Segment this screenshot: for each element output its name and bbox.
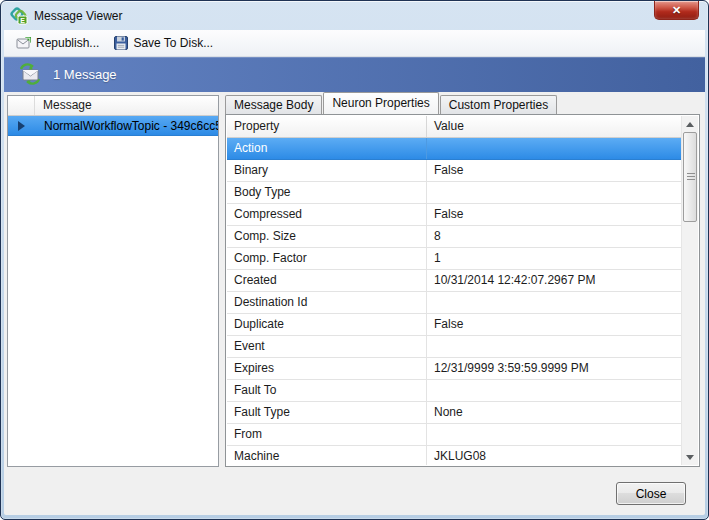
value-cell: None	[427, 402, 681, 423]
message-viewer-window: E Message Viewer ✕ Republish...	[0, 0, 709, 520]
property-cell: Fault To	[227, 380, 427, 401]
table-row[interactable]: DuplicateFalse	[227, 314, 681, 336]
property-table-body: ActionBinaryFalseBody TypeCompressedFals…	[227, 138, 681, 465]
value-cell: 10/31/2014 12:42:07.2967 PM	[427, 270, 681, 291]
svg-text:E: E	[20, 16, 25, 23]
toolbar: Republish... Save To Disk...	[4, 30, 705, 57]
up-arrow-icon	[686, 122, 694, 127]
property-cell: Comp. Factor	[227, 248, 427, 269]
message-list-panel: Message NormalWorkflowTopic - 349c6cc5..…	[7, 95, 219, 467]
property-cell: Binary	[227, 160, 427, 181]
property-cell: Compressed	[227, 204, 427, 225]
message-count-banner: 1 Message	[4, 57, 705, 92]
properties-area: Message Body Neuron Properties Custom Pr…	[225, 93, 700, 467]
value-cell	[427, 424, 681, 445]
table-row[interactable]: Expires12/31/9999 3:59:59.9999 PM	[227, 358, 681, 380]
value-cell: 1	[427, 248, 681, 269]
table-row[interactable]: Created10/31/2014 12:42:07.2967 PM	[227, 270, 681, 292]
table-row[interactable]: Fault TypeNone	[227, 402, 681, 424]
message-list: NormalWorkflowTopic - 349c6cc5...	[8, 116, 218, 136]
value-column-header: Value	[427, 116, 681, 137]
value-cell: 12/31/9999 3:59:59.9999 PM	[427, 358, 681, 379]
main-area: Message NormalWorkflowTopic - 349c6cc5..…	[4, 93, 705, 515]
neuron-properties-panel: Property Value ActionBinaryFalseBody Typ…	[225, 114, 700, 467]
list-item[interactable]: NormalWorkflowTopic - 349c6cc5...	[8, 116, 218, 136]
table-row[interactable]: Body Type	[227, 182, 681, 204]
selected-row-arrow-icon	[8, 117, 35, 135]
property-cell: Event	[227, 336, 427, 357]
tab-neuron-properties[interactable]: Neuron Properties	[323, 92, 438, 114]
scrollbar-thumb[interactable]	[683, 132, 697, 222]
property-cell: Created	[227, 270, 427, 291]
value-cell	[427, 292, 681, 313]
value-cell: JKLUG08	[427, 446, 681, 465]
property-cell: Duplicate	[227, 314, 427, 335]
save-floppy-icon	[113, 35, 129, 51]
save-to-disk-button[interactable]: Save To Disk...	[106, 32, 220, 54]
thumb-grip-icon	[687, 173, 695, 181]
close-x-icon: ✕	[672, 4, 681, 16]
value-cell	[427, 380, 681, 401]
value-cell: False	[427, 314, 681, 335]
property-cell: Action	[227, 138, 427, 159]
table-row[interactable]: Comp. Factor1	[227, 248, 681, 270]
property-cell: Expires	[227, 358, 427, 379]
table-row[interactable]: From	[227, 424, 681, 446]
window-close-button[interactable]: ✕	[654, 1, 699, 20]
table-row[interactable]: MachineJKLUG08	[227, 446, 681, 465]
scrollbar-down-button[interactable]	[682, 449, 698, 465]
save-to-disk-label: Save To Disk...	[133, 36, 213, 50]
property-column-header: Property	[227, 116, 427, 137]
table-row[interactable]: Fault To	[227, 380, 681, 402]
envelope-refresh-icon	[17, 63, 44, 87]
republish-label: Republish...	[36, 36, 99, 50]
value-cell	[427, 182, 681, 203]
property-cell: Comp. Size	[227, 226, 427, 247]
icon-column-header[interactable]	[8, 96, 35, 115]
tab-custom-properties[interactable]: Custom Properties	[440, 95, 557, 114]
down-arrow-icon	[686, 455, 694, 460]
app-icon: E	[10, 7, 28, 25]
window-title: Message Viewer	[34, 9, 123, 23]
table-row[interactable]: BinaryFalse	[227, 160, 681, 182]
table-row[interactable]: Comp. Size8	[227, 226, 681, 248]
tab-strip: Message Body Neuron Properties Custom Pr…	[225, 93, 700, 114]
property-cell: From	[227, 424, 427, 445]
republish-button[interactable]: Republish...	[9, 32, 106, 54]
property-cell: Fault Type	[227, 402, 427, 423]
property-cell: Destination Id	[227, 292, 427, 313]
table-row[interactable]: Action	[227, 138, 681, 160]
value-cell: False	[427, 204, 681, 225]
window-titlebar[interactable]: E Message Viewer ✕	[1, 1, 708, 30]
value-cell	[427, 336, 681, 357]
table-row[interactable]: Destination Id	[227, 292, 681, 314]
value-cell	[427, 138, 681, 159]
property-grid-header: Property Value	[227, 116, 681, 138]
property-cell: Machine	[227, 446, 427, 465]
message-column-header[interactable]: Message	[35, 96, 218, 115]
vertical-scrollbar[interactable]	[681, 116, 698, 465]
tab-message-body[interactable]: Message Body	[225, 95, 322, 114]
property-cell: Body Type	[227, 182, 427, 203]
close-button[interactable]: Close	[616, 482, 686, 505]
table-row[interactable]: Event	[227, 336, 681, 358]
property-grid: Property Value ActionBinaryFalseBody Typ…	[227, 116, 681, 465]
window-client-area: Republish... Save To Disk...	[4, 30, 705, 515]
message-count-text: 1 Message	[53, 67, 117, 82]
table-row[interactable]: CompressedFalse	[227, 204, 681, 226]
message-item-label: NormalWorkflowTopic - 349c6cc5...	[35, 119, 218, 133]
message-list-header: Message	[8, 96, 218, 116]
republish-envelope-icon	[16, 35, 32, 51]
value-cell: 8	[427, 226, 681, 247]
scrollbar-up-button[interactable]	[682, 116, 698, 132]
value-cell: False	[427, 160, 681, 181]
